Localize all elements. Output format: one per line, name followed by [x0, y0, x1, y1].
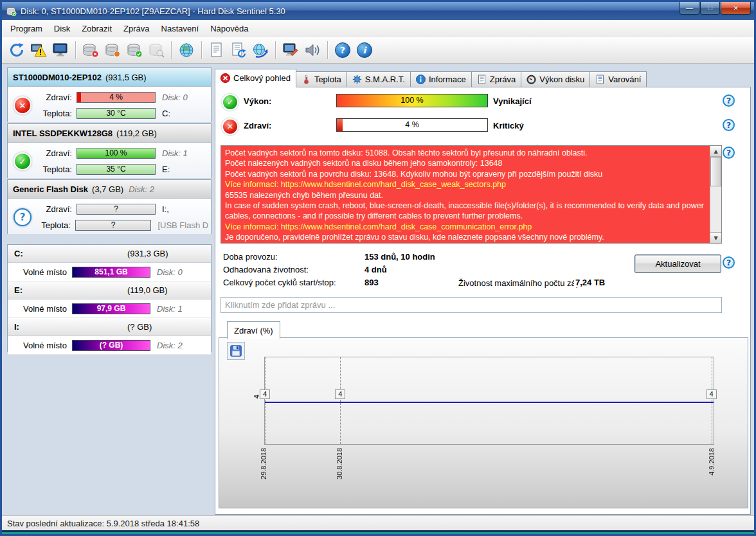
help-glyph: ?: [726, 120, 732, 130]
cross-glyph: ✕: [227, 122, 233, 131]
display-settings-button[interactable]: [280, 40, 302, 60]
health-meter: 4 %: [336, 118, 488, 132]
sound-button[interactable]: [302, 40, 323, 60]
lifetime-writes-value: 7,24 TB: [574, 278, 606, 287]
ok-status-icon: ✓: [14, 152, 32, 170]
scrollbar-thumb[interactable]: [710, 157, 721, 186]
disk-remove-button[interactable]: [80, 40, 102, 60]
menu-disk[interactable]: Disk: [48, 21, 76, 36]
warning-line: Počet nalezených vadných sektorů na disk…: [225, 158, 707, 168]
monitor-icon: [52, 42, 69, 58]
online-button[interactable]: [176, 40, 197, 60]
disk-icon: [104, 42, 121, 58]
warning-line: 65535 nalezených chyb během přesunu dat.: [225, 190, 707, 201]
health-bar: ?: [76, 204, 156, 215]
warning-line: Je doporučeno, pravidelně prohlížet zprá…: [225, 232, 707, 242]
partition-header-e[interactable]: E: (119,0 GB): [8, 281, 211, 299]
temp-value: ?: [111, 220, 116, 229]
warning-help-button[interactable]: ?: [723, 147, 735, 159]
power-on-time-value: 153 dnů, 10 hodin: [364, 252, 435, 262]
menu-zobrazit[interactable]: Zobrazit: [76, 21, 118, 36]
warning-link-line[interactable]: Více informací: https://www.hdsentinel.c…: [225, 222, 707, 232]
update-help-button[interactable]: ?: [723, 256, 735, 269]
drive-letter: I:: [14, 322, 19, 332]
disk-entry-0: ST1000DM010-2EP102 (931,5 GB) ✕ Zdraví: …: [7, 67, 212, 122]
warning-line: Počet vadných sektorů na tomto disku: 51…: [225, 148, 707, 158]
about-button[interactable]: i: [354, 40, 375, 60]
refresh-button[interactable]: [6, 40, 28, 60]
tab-vykon-disku[interactable]: Výkon disku: [521, 71, 590, 87]
performance-help-button[interactable]: ?: [723, 94, 735, 107]
close-icon: ×: [734, 4, 739, 12]
disk-header-intel[interactable]: INTEL SSDPEKKW128G8 (119,2 GB): [8, 124, 211, 143]
disk-number-label: Disk: 1: [162, 148, 188, 158]
update-button[interactable]: Aktualizovat: [634, 255, 721, 273]
estimated-lifetime-value: 4 dnů: [364, 265, 387, 274]
computer-overview-button[interactable]: [50, 40, 71, 60]
tab-varovani[interactable]: Varování: [590, 71, 647, 87]
disk-body: ✕ Zdraví: 4 % Disk: 0 Teplota: 30 °C C:: [8, 87, 211, 122]
disk-button[interactable]: [102, 40, 123, 60]
minimize-button[interactable]: —: [680, 2, 699, 15]
refresh-report-button[interactable]: [228, 40, 249, 60]
tab-zprava[interactable]: Zpráva: [472, 71, 521, 87]
x-axis-label: 30.8.2018: [336, 448, 343, 479]
report-button[interactable]: [206, 40, 228, 60]
titlebar[interactable]: Disk: 0, ST1000DM010-2EP102 [Z9AEZCAR] -…: [2, 2, 754, 20]
disk-entry-1: INTEL SSDPEKKW128G8 (119,2 GB) ✓ Zdraví:…: [7, 123, 212, 178]
partitions-panel: C: (931,3 GB) Volné místo 851,1 GB Disk:…: [7, 244, 212, 352]
warning-line: Počet vadných sektorů na povrchu disku: …: [225, 169, 707, 179]
disk-number-label: Disk: 2: [129, 184, 154, 194]
scroll-up-icon: ▲: [714, 148, 717, 154]
help-glyph: ?: [726, 148, 732, 157]
tab-smart[interactable]: S.M.A.R.T.: [347, 71, 411, 87]
maximize-icon: □: [708, 4, 712, 12]
close-button[interactable]: ×: [721, 2, 751, 15]
cross-glyph: ✕: [19, 101, 26, 111]
health-chart-plot: 4 4 4: [264, 357, 714, 445]
health-help-button[interactable]: ?: [723, 119, 735, 131]
question-glyph: ?: [20, 211, 26, 223]
partition-header-i[interactable]: I: (? GB): [8, 318, 211, 336]
disk-search-button[interactable]: [145, 40, 167, 60]
web-report-button[interactable]: [249, 40, 271, 60]
warning-line: In case of sudden system crash, reboot, …: [225, 201, 707, 222]
chart-tab-zdravi[interactable]: Zdraví (%): [227, 321, 280, 339]
menu-nastaveni[interactable]: Nastavení: [156, 21, 205, 36]
window-title: Disk: 0, ST1000DM010-2EP102 [Z9AEZCAR] -…: [21, 6, 285, 16]
message-input[interactable]: [221, 297, 722, 313]
warning-link-line[interactable]: Více informací: https://www.hdsentinel.c…: [225, 179, 707, 190]
disk-ok-button[interactable]: [123, 40, 145, 60]
temp-value: 30 °C: [106, 109, 125, 118]
health-rating: Kritický: [493, 121, 524, 130]
scroll-up-button[interactable]: ▲: [710, 146, 721, 157]
scroll-down-button[interactable]: ▼: [710, 232, 721, 243]
maximize-button[interactable]: □: [700, 2, 720, 15]
disk-header-flash[interactable]: Generic Flash Disk (3,7 GB) Disk: 2: [8, 180, 211, 199]
free-space-label: Volné místo: [23, 267, 67, 277]
power-on-time-label: Doba provozu:: [223, 252, 278, 262]
warning-box: Počet vadných sektorů na tomto disku: 51…: [221, 145, 722, 244]
toolbar: ? i: [2, 37, 754, 64]
free-space-value: 97,9 GB: [97, 304, 126, 313]
partition-header-c[interactable]: C: (931,3 GB): [8, 245, 211, 263]
save-chart-button[interactable]: [227, 342, 245, 360]
free-space-label: Volné místo: [23, 341, 67, 350]
tab-teplota[interactable]: Teplota: [296, 71, 347, 87]
disk-name: Generic Flash Disk: [13, 184, 88, 194]
drive-letter-label: I:,: [162, 204, 169, 214]
tab-label: Teplota: [314, 75, 341, 84]
help-button[interactable]: ?: [332, 40, 354, 60]
save-icon: [230, 344, 242, 357]
warning-scrollbar[interactable]: ▲ ▼: [710, 146, 721, 243]
partition-size: (119,0 GB): [127, 285, 168, 295]
alert-button[interactable]: [28, 40, 50, 60]
menu-program[interactable]: Program: [4, 21, 48, 36]
menu-napoveda[interactable]: Nápověda: [204, 21, 254, 36]
tab-celkovy-pohled[interactable]: Celkový pohled: [215, 69, 296, 87]
tab-informace[interactable]: Informace: [411, 71, 472, 87]
disk-header-st1000[interactable]: ST1000DM010-2EP102 (931,5 GB): [8, 68, 211, 87]
menu-zprava[interactable]: Zpráva: [118, 21, 155, 36]
x-axis-label: 29.8.2018: [260, 448, 267, 479]
disk-ok-icon: [126, 42, 143, 58]
